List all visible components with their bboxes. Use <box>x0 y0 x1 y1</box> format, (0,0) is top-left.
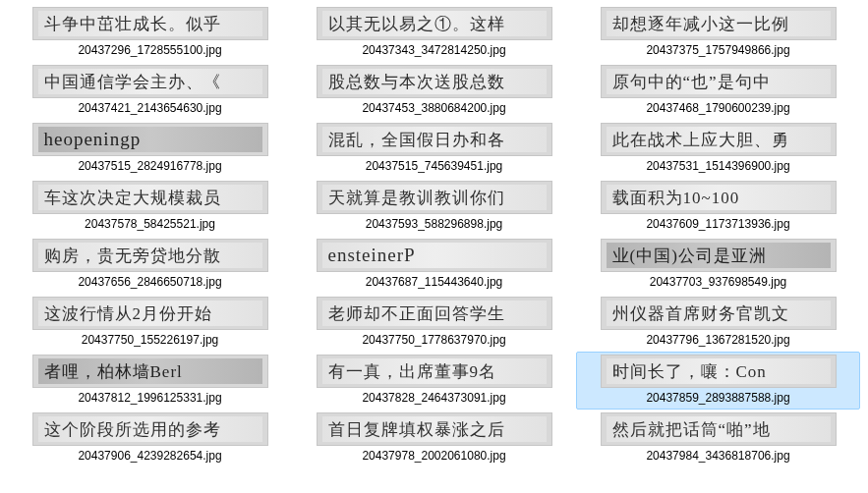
file-item[interactable]: 这个阶段所选用的参考20437906_4239282654.jpg <box>8 410 292 467</box>
thumbnail: 股总数与本次送股总数 <box>317 65 552 98</box>
file-item[interactable]: 然后就把话筒“啪”地20437984_3436818706.jpg <box>576 410 860 467</box>
file-name-label: 20437375_1757949866.jpg <box>646 43 789 57</box>
file-item[interactable]: 时间长了，嚷：Con20437859_2893887588.jpg <box>576 352 860 410</box>
thumbnail-text: 斗争中茁壮成长。似乎 <box>38 11 262 36</box>
file-name-label: 20437796_1367281520.jpg <box>646 333 789 347</box>
thumbnail: 中国通信学会主办、《 <box>32 65 268 98</box>
file-item[interactable]: 这波行情从2月份开始20437750_155226197.jpg <box>8 294 292 352</box>
file-name-label: 20437978_2002061080.jpg <box>362 449 505 463</box>
file-item[interactable]: 车这次决定大规模裁员20437578_58425521.jpg <box>8 178 292 236</box>
thumbnail-text: 天就算是教训教训你们 <box>322 185 547 210</box>
thumbnail-text: 原句中的“也”是句中 <box>607 69 831 94</box>
thumbnail: 首日复牌填权暴涨之后 <box>317 412 552 446</box>
file-item[interactable]: 中国通信学会主办、《20437421_2143654630.jpg <box>8 62 292 120</box>
thumbnail: 这波行情从2月份开始 <box>32 297 268 330</box>
thumbnail: 以其无以易之①。这样 <box>317 7 552 40</box>
thumbnail: 时间长了，嚷：Con <box>601 355 837 388</box>
file-name-label: 20437687_115443640.jpg <box>366 275 502 289</box>
file-item[interactable]: 天就算是教训教训你们20437593_588296898.jpg <box>292 178 576 236</box>
file-item[interactable]: 州仪器首席财务官凯文20437796_1367281520.jpg <box>576 294 860 352</box>
file-name-label: 20437468_1790600239.jpg <box>646 101 789 115</box>
thumbnail-text: 这波行情从2月份开始 <box>38 301 262 326</box>
file-item[interactable]: heopeningp20437515_2824916778.jpg <box>8 120 292 178</box>
thumbnail: 这个阶段所选用的参考 <box>32 412 268 446</box>
file-name-label: 20437703_937698549.jpg <box>650 275 786 289</box>
file-item[interactable]: 原句中的“也”是句中20437468_1790600239.jpg <box>576 62 860 120</box>
file-item[interactable]: 股总数与本次送股总数20437453_3880684200.jpg <box>292 62 576 120</box>
thumbnail: 斗争中茁壮成长。似乎 <box>32 7 268 40</box>
file-item[interactable]: 混乱，全国假日办和各20437515_745639451.jpg <box>292 120 576 178</box>
thumbnail-text: 中国通信学会主办、《 <box>38 69 262 94</box>
file-name-label: 20437812_1996125331.jpg <box>78 391 221 405</box>
thumbnail-text: 州仪器首席财务官凯文 <box>607 301 831 326</box>
thumbnail: 然后就把话筒“啪”地 <box>601 412 837 446</box>
thumbnail-text: 首日复牌填权暴涨之后 <box>322 416 547 442</box>
thumbnail-text: 车这次决定大规模裁员 <box>38 185 262 210</box>
thumbnail: ensteinerP <box>317 239 552 272</box>
file-item[interactable]: 购房，贵无旁贷地分散20437656_2846650718.jpg <box>8 236 292 294</box>
file-name-label: 20437609_1173713936.jpg <box>646 217 789 231</box>
file-item[interactable]: 以其无以易之①。这样20437343_3472814250.jpg <box>292 4 576 62</box>
thumbnail-text: ensteinerP <box>322 243 547 268</box>
file-name-label: 20437453_3880684200.jpg <box>362 101 505 115</box>
file-item[interactable]: 却想逐年减小这一比例20437375_1757949866.jpg <box>576 4 860 62</box>
file-name-label: 20437296_1728555100.jpg <box>78 43 221 57</box>
thumbnail-text: 却想逐年减小这一比例 <box>607 11 831 36</box>
thumbnail-text: 这个阶段所选用的参考 <box>38 416 262 442</box>
thumbnail-text: heopeningp <box>38 127 262 152</box>
file-name-label: 20437828_2464373091.jpg <box>362 391 505 405</box>
file-item[interactable]: 老师却不正面回答学生20437750_1778637970.jpg <box>292 294 576 352</box>
file-item[interactable]: 首日复牌填权暴涨之后20437978_2002061080.jpg <box>292 410 576 467</box>
file-name-label: 20437421_2143654630.jpg <box>78 101 221 115</box>
thumbnail: 天就算是教训教训你们 <box>317 181 552 214</box>
thumbnail: 者哩，柏林墙Berl <box>32 355 268 388</box>
file-item[interactable]: 有一真，出席董事9名20437828_2464373091.jpg <box>292 352 576 410</box>
file-name-label: 20437343_3472814250.jpg <box>362 43 505 57</box>
thumbnail: 车这次决定大规模裁员 <box>32 181 268 214</box>
thumbnail-grid: 斗争中茁壮成长。似乎20437296_1728555100.jpg以其无以易之①… <box>0 0 868 471</box>
file-name-label: 20437656_2846650718.jpg <box>78 275 221 289</box>
file-name-label: 20437515_2824916778.jpg <box>78 159 221 173</box>
thumbnail: heopeningp <box>32 123 268 156</box>
thumbnail-text: 以其无以易之①。这样 <box>322 11 547 36</box>
file-item[interactable]: 载面积为10~10020437609_1173713936.jpg <box>576 178 860 236</box>
thumbnail-text: 时间长了，嚷：Con <box>607 358 831 384</box>
thumbnail-text: 老师却不正面回答学生 <box>322 301 547 326</box>
file-name-label: 20437515_745639451.jpg <box>366 159 502 173</box>
thumbnail-text: 此在战术上应大胆、勇 <box>607 127 831 152</box>
file-item[interactable]: 者哩，柏林墙Berl20437812_1996125331.jpg <box>8 352 292 410</box>
thumbnail: 原句中的“也”是句中 <box>601 65 837 98</box>
thumbnail: 购房，贵无旁贷地分散 <box>32 239 268 272</box>
file-name-label: 20437906_4239282654.jpg <box>78 449 221 463</box>
thumbnail-text: 业(中国)公司是亚洲 <box>607 243 831 268</box>
file-item[interactable]: 业(中国)公司是亚洲20437703_937698549.jpg <box>576 236 860 294</box>
file-name-label: 20437984_3436818706.jpg <box>646 449 789 463</box>
thumbnail-text: 股总数与本次送股总数 <box>322 69 547 94</box>
thumbnail-text: 载面积为10~100 <box>607 185 831 210</box>
thumbnail-text: 购房，贵无旁贷地分散 <box>38 243 262 268</box>
thumbnail: 却想逐年减小这一比例 <box>601 7 837 40</box>
thumbnail: 有一真，出席董事9名 <box>317 355 552 388</box>
file-item[interactable]: 斗争中茁壮成长。似乎20437296_1728555100.jpg <box>8 4 292 62</box>
thumbnail-text: 有一真，出席董事9名 <box>322 358 547 384</box>
thumbnail-text: 然后就把话筒“啪”地 <box>607 416 831 442</box>
file-item[interactable]: 此在战术上应大胆、勇20437531_1514396900.jpg <box>576 120 860 178</box>
file-name-label: 20437531_1514396900.jpg <box>646 159 789 173</box>
file-name-label: 20437750_155226197.jpg <box>82 333 218 347</box>
file-name-label: 20437593_588296898.jpg <box>366 217 502 231</box>
thumbnail-text: 混乱，全国假日办和各 <box>322 127 547 152</box>
file-name-label: 20437578_58425521.jpg <box>85 217 215 231</box>
thumbnail: 州仪器首席财务官凯文 <box>601 297 837 330</box>
thumbnail: 业(中国)公司是亚洲 <box>601 239 837 272</box>
thumbnail: 此在战术上应大胆、勇 <box>601 123 837 156</box>
file-item[interactable]: ensteinerP20437687_115443640.jpg <box>292 236 576 294</box>
thumbnail-text: 者哩，柏林墙Berl <box>38 358 262 384</box>
thumbnail: 载面积为10~100 <box>601 181 837 214</box>
thumbnail: 老师却不正面回答学生 <box>317 297 552 330</box>
file-name-label: 20437750_1778637970.jpg <box>362 333 505 347</box>
thumbnail: 混乱，全国假日办和各 <box>317 123 552 156</box>
file-name-label: 20437859_2893887588.jpg <box>646 391 789 405</box>
